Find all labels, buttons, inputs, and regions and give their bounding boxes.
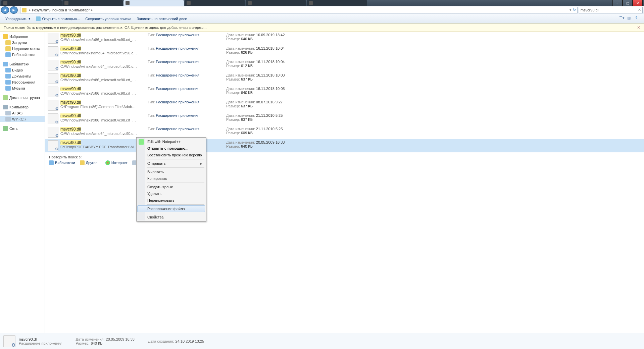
result-size: Размер: 637 КБ <box>226 77 285 81</box>
dropdown-icon[interactable]: ▾ <box>569 8 572 12</box>
documents-icon <box>5 74 11 79</box>
sidebar-favorites[interactable]: Избранное <box>0 34 45 40</box>
dll-file-icon <box>48 87 58 97</box>
sidebar-network[interactable]: Сеть <box>0 126 45 132</box>
pictures-icon <box>5 80 11 85</box>
browser-tab[interactable] <box>1 0 62 6</box>
result-filename: msvcr90.dll <box>60 73 148 78</box>
sidebar-computer[interactable]: Компьютер <box>0 104 45 110</box>
details-size-label: Размер: <box>76 341 90 345</box>
search-result-row[interactable]: msvcr90.dllC:\Windows\winsxs\x86_microso… <box>45 32 644 45</box>
result-type: Тип: Расширение приложения <box>148 100 226 104</box>
search-input[interactable]: msvcr90.dll ✕ <box>579 7 643 13</box>
chrome-icon <box>105 160 110 165</box>
ctx-cut[interactable]: Вырезать <box>137 168 205 175</box>
result-date: Дата изменения: 16.09.2019 13:42 <box>226 33 285 37</box>
organize-button[interactable]: Упорядочить ▾ <box>3 15 33 22</box>
sidebar-recent[interactable]: Недавние места <box>0 46 45 52</box>
sidebar-drive-a[interactable]: AI (A:) <box>0 110 45 116</box>
breadcrumb[interactable]: ▸ Результаты поиска в "Компьютер" ▸ ▾ ↻ <box>20 7 578 13</box>
details-created-label: Дата создания: <box>148 339 174 343</box>
forward-button[interactable]: ► <box>10 6 18 14</box>
result-size: Размер: 612 КБ <box>226 64 285 68</box>
save-search-button[interactable]: Сохранить условия поиска <box>83 16 134 22</box>
repeat-libraries[interactable]: Библиотеки <box>49 160 75 165</box>
link-label: Библиотеки <box>55 161 75 165</box>
result-size: Размер: 637 КБ <box>226 104 283 108</box>
sidebar-pictures[interactable]: Изображения <box>0 79 45 85</box>
sidebar-label: Домашняя группа <box>9 96 40 100</box>
open-with-button[interactable]: Открыть с помощью... <box>33 15 83 22</box>
search-result-row[interactable]: msvcr90.dllC:\Windows\winsxs\amd64_micro… <box>45 45 644 58</box>
search-result-row[interactable]: msvcr90.dllC:\Windows\winsxs\x86_microso… <box>45 85 644 99</box>
search-result-row[interactable]: msvcr90.dllC:\Temp\PDFT\ABBYY PDF Transf… <box>45 139 644 152</box>
browser-tab[interactable] <box>62 0 123 6</box>
search-result-row[interactable]: msvcr90.dllC:\Program Files (x86)\Common… <box>45 99 644 112</box>
ctx-shortcut[interactable]: Создать ярлык <box>137 184 205 190</box>
folder-icon <box>5 46 11 51</box>
ctx-rename[interactable]: Переименовать <box>137 197 205 204</box>
minimize-button[interactable]: − <box>612 0 623 6</box>
repeat-other[interactable]: Другое... <box>80 160 101 165</box>
context-menu: Edit with Notepad++ Открыть с помощью...… <box>136 137 206 221</box>
ctx-restore-version[interactable]: Восстановить прежнюю версию <box>137 152 205 158</box>
address-bar: ◄ ► ▸ Результаты поиска в "Компьютер" ▸ … <box>0 6 644 14</box>
ctx-properties[interactable]: Свойства <box>137 214 205 220</box>
clear-search-icon[interactable]: ✕ <box>638 8 641 12</box>
toolbar: Упорядочить ▾ Открыть с помощью... Сохра… <box>0 14 644 23</box>
details-pane: msvcr90.dll Расширение приложения Дата и… <box>0 333 644 349</box>
sidebar-label: Недавние места <box>12 47 40 51</box>
result-date: Дата изменения: 21.11.2010 5:25 <box>226 127 283 131</box>
result-path: C:\Windows\winsxs\x86_microsoft.vc90.crt… <box>60 78 138 82</box>
music-icon <box>5 86 11 91</box>
result-path: C:\Windows\winsxs\amd64_microsoft.vc90.c… <box>60 51 138 55</box>
sidebar-music[interactable]: Музыка <box>0 85 45 91</box>
save-search-label: Сохранить условия поиска <box>85 17 131 21</box>
burn-button[interactable]: Записать на оптический диск <box>134 16 189 22</box>
maximize-button[interactable]: ▢ <box>623 0 633 6</box>
submenu-arrow-icon: ▸ <box>200 161 202 166</box>
preview-pane-icon[interactable]: ▥ <box>627 16 633 22</box>
view-options-icon[interactable]: ☰▾ <box>619 16 625 22</box>
repeat-internet[interactable]: Интернет <box>105 160 128 165</box>
dll-file-icon <box>48 140 58 151</box>
repeat-search-section: Повторить поиск в: Библиотеки Другое... … <box>45 152 644 168</box>
homegroup-icon <box>3 95 8 100</box>
result-path: C:\Windows\winsxs\x86_microsoft.vc90.crt… <box>60 38 138 42</box>
ctx-file-location[interactable]: Расположение файла <box>137 205 205 212</box>
sidebar-desktop[interactable]: Рабочий стол <box>0 52 45 58</box>
close-warning-icon[interactable]: ✕ <box>637 25 640 30</box>
search-result-row[interactable]: msvcr90.dllC:\Windows\winsxs\x86_microso… <box>45 72 644 85</box>
result-filename: msvcr90.dll <box>60 60 148 64</box>
ctx-send-to[interactable]: Отправить▸ <box>137 160 205 167</box>
back-button[interactable]: ◄ <box>1 6 9 14</box>
sidebar-homegroup[interactable]: Домашняя группа <box>0 95 45 101</box>
ctx-copy[interactable]: Копировать <box>137 175 205 182</box>
sidebar-drive-c[interactable]: Win (C:) <box>0 116 45 122</box>
ctx-delete[interactable]: Удалить <box>137 190 205 197</box>
dll-file-icon <box>48 113 58 124</box>
drive-icon <box>5 111 11 115</box>
search-result-row[interactable]: msvcr90.dllC:\Windows\winsxs\amd64_micro… <box>45 58 644 72</box>
indexing-warning[interactable]: Поиск может быть медленным в неиндексиро… <box>0 23 644 32</box>
browser-tab[interactable] <box>185 0 245 6</box>
refresh-icon[interactable]: ↻ <box>573 8 576 12</box>
computer-icon <box>3 105 8 109</box>
ctx-open-with[interactable]: Открыть с помощью... <box>137 145 205 152</box>
close-button[interactable]: ✕ <box>633 0 643 6</box>
library-icon <box>49 160 54 165</box>
browser-tab[interactable] <box>307 0 367 6</box>
details-filename: msvcr90.dll <box>19 337 62 341</box>
sidebar-video[interactable]: Видео <box>0 67 45 73</box>
sidebar-documents[interactable]: Документы <box>0 73 45 79</box>
help-icon[interactable]: ? <box>635 16 641 22</box>
search-result-row[interactable]: msvcr90.dllC:\Windows\winsxs\x86_microso… <box>45 112 644 126</box>
ctx-separator <box>147 213 204 213</box>
browser-tab[interactable] <box>123 0 184 6</box>
ctx-edit-notepad[interactable]: Edit with Notepad++ <box>137 138 205 145</box>
browser-tab[interactable] <box>246 0 306 6</box>
search-result-row[interactable]: msvcr90.dllC:\Windows\winsxs\amd64_micro… <box>45 126 644 139</box>
dll-file-icon <box>48 73 58 84</box>
sidebar-libraries[interactable]: Библиотеки <box>0 61 45 67</box>
sidebar-downloads[interactable]: Загрузки <box>0 40 45 46</box>
